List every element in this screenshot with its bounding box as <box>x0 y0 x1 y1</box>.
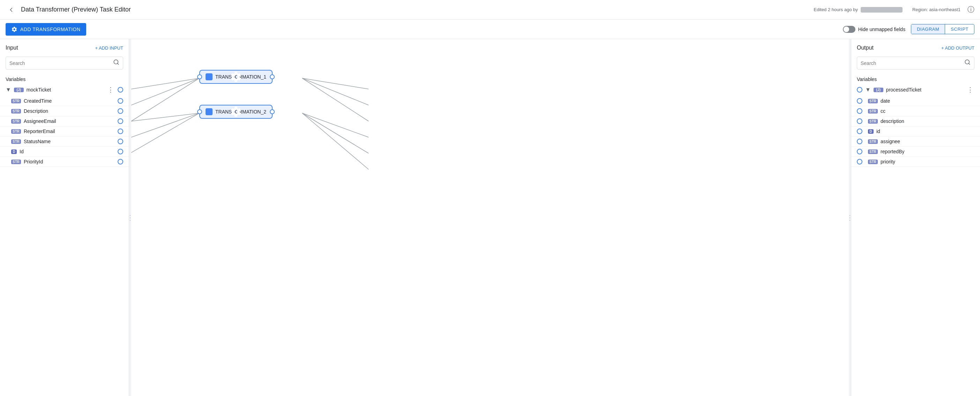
input-search-input[interactable] <box>10 61 110 66</box>
output-field-connector <box>857 139 862 144</box>
svg-line-8 <box>302 78 369 89</box>
input-search-icon <box>113 59 119 67</box>
output-field-connector <box>857 108 862 114</box>
svg-line-5 <box>131 113 199 121</box>
output-search-box <box>857 57 974 70</box>
add-output-button[interactable]: + ADD OUTPUT <box>941 45 974 51</box>
toggle-switch[interactable] <box>843 26 855 33</box>
svg-line-2 <box>131 78 199 89</box>
variable-name-mockticket: mockTicket <box>27 87 103 93</box>
output-field-name-id: id <box>877 128 974 134</box>
list-item: STR cc <box>851 106 980 116</box>
transformation-node-2[interactable]: TRANSFORMATION_2 <box>199 105 272 119</box>
hide-unmapped-label: Hide unmapped fields <box>858 27 905 32</box>
output-type-badge-str: STR <box>868 109 878 113</box>
list-item: D Id <box>0 147 129 157</box>
output-variable-parent-row: ▼ {J} processedTicket ⋮ <box>851 83 980 96</box>
output-type-badge-str: STR <box>868 119 878 124</box>
variable-more-button[interactable]: ⋮ <box>107 86 115 94</box>
output-type-badge-str: STR <box>868 150 878 154</box>
output-variable-name-processedticket: processedTicket <box>886 87 963 93</box>
list-item: STR priority <box>851 157 980 167</box>
edited-text: Edited 2 hours ago by <box>813 7 858 12</box>
gear-icon-t1 <box>205 73 213 80</box>
field-connector <box>118 118 123 124</box>
output-expand-icon[interactable]: ▼ <box>865 86 871 93</box>
view-toggle: DIAGRAM SCRIPT <box>911 24 974 34</box>
svg-line-6 <box>131 113 199 137</box>
output-search-icon <box>964 59 970 67</box>
svg-line-13 <box>302 113 369 169</box>
type-badge-str: STR <box>11 99 21 103</box>
list-item: STR date <box>851 96 980 106</box>
output-type-badge-str: STR <box>868 160 878 164</box>
svg-line-11 <box>302 113 369 137</box>
node-connector-t2-left <box>197 109 202 114</box>
transformation-2-label: TRANSFORMATION_2 <box>215 109 266 115</box>
input-panel-header: Input + ADD INPUT <box>0 39 129 54</box>
output-field-connector <box>857 98 862 104</box>
field-name-reporteremail: ReporterEmail <box>24 128 115 134</box>
output-field-name-cc: cc <box>881 108 974 114</box>
variable-parent-row: ▼ {J} mockTicket ⋮ <box>0 83 129 96</box>
field-name-assigneeemail: AssigneeEmail <box>24 118 115 124</box>
output-search-input[interactable] <box>861 61 961 66</box>
output-field-name-reportedby: reportedBy <box>881 149 974 154</box>
script-view-button[interactable]: SCRIPT <box>945 24 974 34</box>
type-badge-j: {J} <box>14 88 24 92</box>
connection-lines <box>131 39 849 396</box>
variable-connector-parent <box>118 87 123 93</box>
svg-line-1 <box>117 63 118 64</box>
field-connector <box>118 128 123 134</box>
edit-meta: Edited 2 hours ago by <box>813 7 902 13</box>
output-field-name-priority: priority <box>881 159 974 164</box>
field-connector <box>118 139 123 144</box>
info-button[interactable]: ⓘ <box>967 5 974 14</box>
input-panel: Input + ADD INPUT Variables ▼ {J} mockTi… <box>0 39 129 396</box>
output-variable-more-button[interactable]: ⋮ <box>966 86 974 94</box>
toolbar-right: Hide unmapped fields DIAGRAM SCRIPT <box>843 24 974 34</box>
list-item: STR Description <box>0 106 129 116</box>
list-item: STR CreatedTime <box>0 96 129 106</box>
input-search-box <box>6 57 123 70</box>
back-button[interactable] <box>6 4 17 15</box>
type-badge-str: STR <box>11 160 21 164</box>
output-panel-header: Output + ADD OUTPUT <box>851 39 980 54</box>
svg-line-3 <box>131 78 199 105</box>
field-connector <box>118 108 123 114</box>
svg-line-4 <box>131 78 199 121</box>
output-type-badge-str: STR <box>868 139 878 144</box>
field-name-createdtime: CreatedTime <box>24 98 115 104</box>
list-item: STR AssigneeEmail <box>0 116 129 126</box>
toolbar: ADD TRANSFORMATION Hide unmapped fields … <box>0 19 980 39</box>
svg-line-12 <box>302 113 369 153</box>
field-name-description: Description <box>24 108 115 114</box>
type-badge-str: STR <box>11 119 21 124</box>
svg-line-15 <box>969 63 969 64</box>
output-field-name-description: description <box>881 118 974 124</box>
expand-icon[interactable]: ▼ <box>6 86 11 93</box>
list-item: STR StatusName <box>0 137 129 147</box>
gear-icon-t2 <box>205 108 213 115</box>
field-connector <box>118 159 123 164</box>
input-variables-list: ▼ {J} mockTicket ⋮ STR CreatedTime STR D… <box>0 83 129 396</box>
field-name-statusname: StatusName <box>24 139 115 144</box>
output-variables-list: ▼ {J} processedTicket ⋮ STR date STR cc … <box>851 83 980 396</box>
field-name-priorityid: PriorityId <box>24 159 115 164</box>
output-field-name-assignee: assignee <box>881 139 974 144</box>
input-variables-label: Variables <box>0 74 129 83</box>
output-field-connector <box>857 149 862 154</box>
diagram-view-button[interactable]: DIAGRAM <box>911 24 945 34</box>
output-field-connector <box>857 159 862 164</box>
svg-line-9 <box>302 78 369 105</box>
output-type-badge-d: D <box>868 129 873 134</box>
transformation-node-1[interactable]: TRANSFORMATION_1 <box>199 70 272 84</box>
input-panel-title: Input <box>6 45 92 51</box>
diagram-canvas[interactable]: TRANSFORMATION_1 TRANSFORMATION_2 <box>131 39 849 396</box>
add-transformation-button[interactable]: ADD TRANSFORMATION <box>6 23 86 36</box>
output-panel-title: Output <box>857 45 939 51</box>
field-connector <box>118 98 123 104</box>
type-badge-str: STR <box>11 109 21 113</box>
add-input-button[interactable]: + ADD INPUT <box>95 45 123 51</box>
list-item: STR ReporterEmail <box>0 126 129 137</box>
